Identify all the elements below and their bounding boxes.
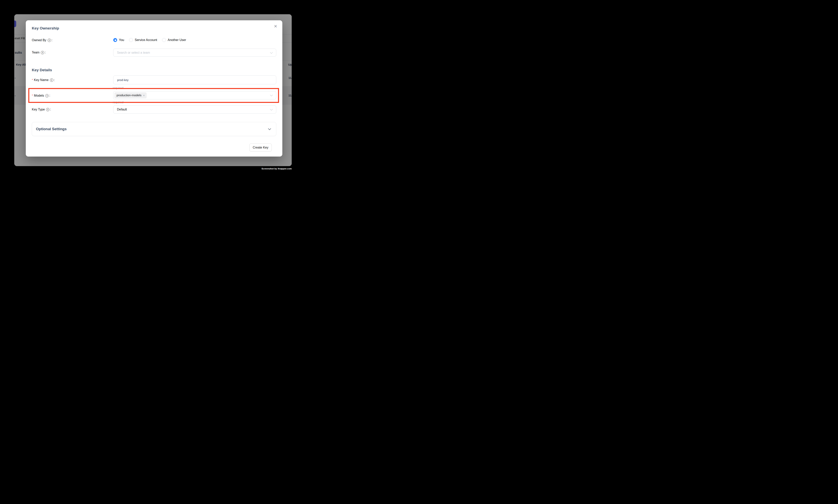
key-name-label: * Key Name i : xyxy=(32,78,55,82)
required-asterisk: * xyxy=(32,78,33,82)
owned-by-radio-group: You Service Account Another User xyxy=(113,38,186,42)
remove-tag-icon[interactable]: × xyxy=(143,94,145,97)
key-name-value: prod-key xyxy=(117,78,128,82)
key-type-value: Default xyxy=(117,108,127,111)
key-type-select[interactable]: Default xyxy=(113,105,276,114)
close-icon[interactable]: ✕ xyxy=(274,24,277,28)
optional-settings-accordion[interactable]: Optional Settings xyxy=(32,122,276,136)
radio-option-service-account[interactable]: Service Account xyxy=(129,38,157,42)
team-select[interactable]: Search or select a team xyxy=(113,49,276,57)
radio-unselected-icon[interactable] xyxy=(162,38,166,42)
models-label: * Models i : xyxy=(32,94,50,97)
team-select-placeholder: Search or select a team xyxy=(117,51,150,54)
owned-by-label: Owned By i : xyxy=(32,38,52,42)
create-key-button[interactable]: Create Key xyxy=(249,143,272,151)
chevron-down-icon xyxy=(270,108,273,110)
selected-model-tag: production-models × xyxy=(114,92,147,98)
info-icon[interactable]: i xyxy=(41,51,44,54)
radio-option-you[interactable]: You xyxy=(113,38,124,42)
chevron-down-icon xyxy=(270,93,273,96)
create-key-modal: ✕ Key Ownership Owned By i : You Service… xyxy=(26,20,282,157)
key-name-input[interactable]: prod-key xyxy=(113,75,276,84)
optional-settings-heading: Optional Settings xyxy=(36,127,67,131)
chevron-down-icon xyxy=(268,127,271,130)
team-label: Team i : xyxy=(32,51,46,54)
radio-selected-icon[interactable] xyxy=(113,38,117,42)
key-name-validation-text: required xyxy=(113,86,123,90)
section-heading-key-ownership: Key Ownership xyxy=(32,26,59,31)
key-type-label: Key Type i : xyxy=(32,108,51,111)
radio-unselected-icon[interactable] xyxy=(129,38,133,42)
watermark-text: Screenshot by Xnapper.com xyxy=(262,167,292,170)
section-heading-key-details: Key Details xyxy=(32,68,52,72)
required-asterisk: * xyxy=(32,94,33,97)
info-icon[interactable]: i xyxy=(50,78,53,82)
models-select[interactable]: production-models × xyxy=(113,91,276,100)
info-icon[interactable]: i xyxy=(45,94,49,97)
screenshot-canvas: eset Filt sults Key Alia Up - 11/ - 11/ … xyxy=(0,0,306,184)
info-icon[interactable]: i xyxy=(48,39,51,42)
info-icon[interactable]: i xyxy=(46,108,49,111)
models-validation-text: required xyxy=(113,101,123,104)
radio-option-another-user[interactable]: Another User xyxy=(162,38,186,42)
chevron-down-icon xyxy=(270,51,273,53)
